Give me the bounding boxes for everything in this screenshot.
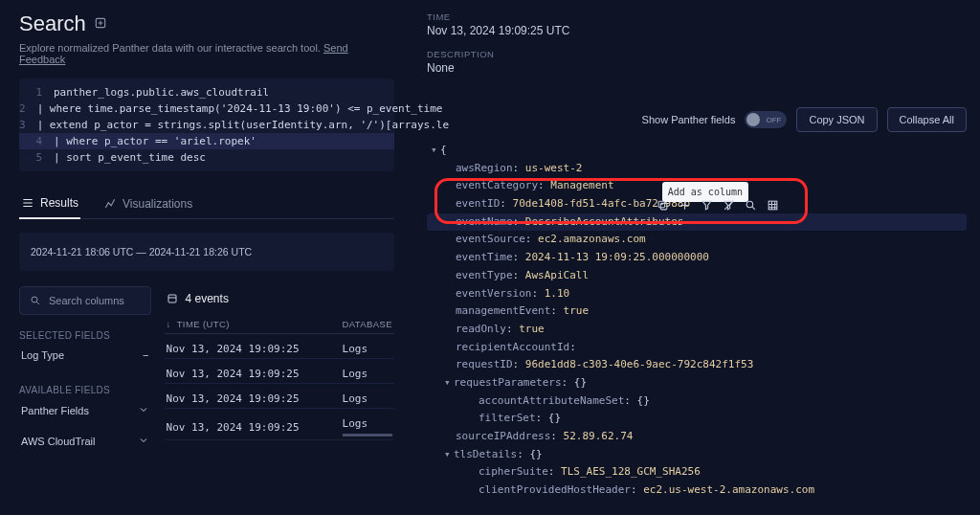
svg-rect-2 — [168, 295, 176, 302]
svg-rect-4 — [658, 201, 665, 208]
selected-fields-heading: SELECTED FIELDS — [19, 330, 151, 341]
svg-rect-3 — [660, 203, 667, 210]
description-value: None — [427, 61, 967, 75]
time-label: TIME — [427, 11, 967, 22]
table-row[interactable]: Nov 13, 2024 19:09:25Logs — [165, 334, 394, 359]
time-range[interactable]: 2024-11-21 18:06 UTC — 2024-11-21 18:26 … — [19, 233, 394, 271]
sort-icon[interactable]: ↓ — [167, 319, 171, 329]
collapse-all-button[interactable]: Collapse All — [887, 107, 967, 132]
copy-json-button[interactable]: Copy JSON — [796, 107, 877, 132]
available-fields-heading: AVAILABLE FIELDS — [19, 385, 151, 395]
add-column-icon[interactable] — [679, 199, 691, 218]
filter-in-icon[interactable] — [701, 199, 713, 218]
table-row[interactable]: Nov 13, 2024 19:09:25Logs — [165, 409, 394, 440]
query-editor[interactable]: 1panther_logs.public.aws_cloudtrail 2| w… — [19, 78, 394, 171]
col-database-header[interactable]: DATABASE — [343, 319, 392, 329]
panther-fields-toggle-label: Show Panther fields — [642, 114, 736, 125]
subtitle: Explore normalized Panther data with our… — [19, 42, 394, 65]
svg-rect-6 — [768, 201, 777, 210]
field-log-type[interactable]: Log Type − — [19, 341, 151, 369]
svg-point-1 — [32, 297, 37, 302]
col-time-header[interactable]: ↓ TIME (UTC) — [167, 319, 329, 329]
minus-icon[interactable]: − — [143, 349, 148, 361]
description-label: DESCRIPTION — [427, 49, 967, 59]
panther-fields-toggle[interactable]: OFF — [745, 111, 787, 128]
time-value: Nov 13, 2024 19:09:25 UTC — [427, 24, 967, 37]
json-viewer: ▾{ awsRegion: us-west-2 eventCategory: M… — [427, 142, 967, 500]
copy-icon[interactable] — [657, 199, 669, 218]
field-panther-fields[interactable]: Panther Fields — [19, 395, 151, 426]
filter-out-icon[interactable] — [723, 199, 735, 218]
events-count: 4 events — [165, 286, 394, 315]
search-columns-input[interactable]: Search columns — [19, 286, 151, 315]
chevron-down-icon — [138, 404, 149, 417]
search-value-icon[interactable] — [745, 199, 757, 218]
tab-visualizations[interactable]: Visualizations — [101, 189, 194, 218]
page-title: Search — [19, 11, 86, 36]
chevron-down-icon — [138, 435, 149, 448]
tab-results[interactable]: Results — [19, 189, 80, 219]
field-aws-cloudtrail[interactable]: AWS CloudTrail — [19, 426, 151, 457]
table-icon[interactable] — [767, 199, 779, 218]
table-row[interactable]: Nov 13, 2024 19:09:25Logs — [165, 384, 394, 409]
table-row[interactable]: Nov 13, 2024 19:09:25Logs — [165, 359, 394, 384]
svg-point-5 — [746, 201, 753, 208]
feedback-icon[interactable] — [94, 16, 107, 33]
